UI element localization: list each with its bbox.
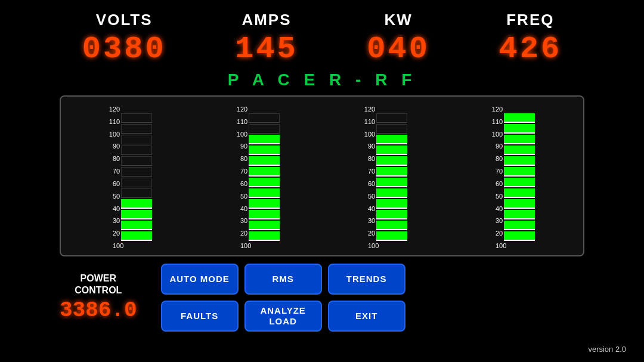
bar-visual-2: 0: [376, 106, 407, 249]
bar-label-tick: 70: [113, 168, 120, 175]
bar-segment: [504, 231, 535, 241]
bar-label-tick: 30: [113, 218, 120, 224]
bar-segment: [121, 231, 152, 241]
bar-label-tick: 30: [240, 218, 247, 224]
bar-segment: [121, 188, 152, 198]
bar-segment: [376, 231, 407, 241]
bar-chart-3: 1201101009080706050403020100: [492, 106, 535, 249]
power-control: POWER CONTROL 3386.0: [60, 273, 137, 322]
auto-mode-button[interactable]: AUTO MODE: [161, 264, 239, 295]
amps-label: AMPS: [242, 11, 291, 29]
kw-label: KW: [385, 11, 413, 29]
bar-label-tick: 110: [364, 119, 375, 125]
bar-chart-1: 1201101009080706050403020100: [237, 106, 280, 249]
bar-segment: [376, 167, 407, 177]
bar-segment: [121, 156, 152, 166]
bar-label-tick: 50: [368, 193, 375, 200]
bar-segment: [376, 188, 407, 198]
bar-label-tick: 30: [368, 218, 375, 224]
bar-label-tick: 60: [113, 181, 120, 187]
bar-segment: [249, 113, 280, 123]
bar-label-tick: 100: [237, 131, 247, 138]
bar-label-tick: 90: [368, 143, 375, 150]
bar-segment: [376, 221, 407, 230]
header-metrics: VOLTS 0380 AMPS 145 KW 040 FREQ 426: [0, 0, 644, 67]
bar-label-tick: 10: [368, 243, 375, 249]
bar-label-tick: 40: [113, 206, 120, 212]
bar-label-tick: 20: [113, 230, 120, 237]
bar-segment: [504, 178, 535, 187]
volts-value: 0380: [82, 32, 166, 67]
bar-segment: [249, 221, 280, 230]
power-value: 3386.0: [60, 298, 137, 323]
bar-label-tick: 10: [240, 243, 247, 249]
bar-label-tick: 80: [368, 156, 375, 162]
bar-segment: [504, 135, 535, 144]
volts-col: VOLTS 0380: [82, 11, 166, 67]
bar-segment: [249, 124, 280, 134]
bar-label-tick: 110: [109, 119, 120, 125]
pacer-title: P A C E R - R F: [0, 70, 644, 89]
bar-label-tick: 120: [237, 106, 247, 113]
bar-chart-2: 1201101009080706050403020100: [364, 106, 407, 249]
bar-label-tick: 70: [496, 168, 503, 175]
bar-segment: [376, 113, 407, 123]
exit-button[interactable]: EXIT: [328, 301, 405, 332]
bar-segment: [504, 210, 535, 219]
power-label-1: POWER: [80, 273, 116, 284]
bar-label-tick: 50: [496, 193, 503, 200]
bar-segment: [376, 135, 407, 144]
bar-segment: [121, 178, 152, 187]
bar-segment: [376, 146, 407, 155]
bar-segment: [504, 199, 535, 209]
bar-label-tick: 40: [240, 206, 247, 212]
trends-button[interactable]: TRENDS: [328, 264, 405, 295]
bar-segment: [249, 210, 280, 219]
bar-visual-0: 0: [121, 106, 152, 249]
bar-label-tick: 120: [492, 106, 503, 113]
bar-segment: [504, 113, 535, 123]
freq-col: FREQ 426: [499, 11, 562, 67]
bar-zero-label: 0: [247, 242, 251, 249]
bar-label-tick: 80: [240, 156, 247, 162]
bar-label-tick: 20: [368, 230, 375, 237]
power-label-2: CONTROL: [75, 284, 122, 296]
bottom-section: POWER CONTROL 3386.0 AUTO MODERMSTRENDSF…: [60, 264, 584, 332]
analyze-load-button[interactable]: ANALYZE LOAD: [244, 301, 322, 332]
bars-container: 1201101009080706050403020100120110100908…: [60, 95, 584, 256]
bar-label-tick: 110: [492, 119, 503, 125]
bar-label-tick: 40: [496, 206, 503, 212]
bar-labels-1: 120110100908070605040302010: [237, 106, 247, 249]
bar-segment: [121, 199, 152, 209]
bar-label-tick: 100: [492, 131, 503, 138]
bar-segment: [504, 146, 535, 155]
bar-segment: [249, 135, 280, 144]
bar-segment: [121, 124, 152, 134]
bar-label-tick: 60: [496, 181, 503, 187]
amps-col: AMPS 145: [235, 11, 298, 67]
kw-col: KW 040: [367, 11, 430, 67]
bar-segment: [249, 156, 280, 166]
kw-value: 040: [367, 32, 430, 67]
bar-label-tick: 50: [113, 193, 120, 200]
bar-label-tick: 90: [113, 143, 120, 150]
freq-label: FREQ: [506, 11, 554, 29]
bar-zero-label: 0: [503, 242, 506, 249]
bar-segment: [376, 178, 407, 187]
bar-label-tick: 20: [240, 230, 247, 237]
faults-button[interactable]: FAULTS: [161, 301, 239, 332]
bar-segment: [121, 135, 152, 144]
bar-label-tick: 10: [496, 243, 503, 249]
rms-button[interactable]: RMS: [244, 264, 322, 295]
bar-label-tick: 60: [240, 181, 247, 187]
bar-label-tick: 30: [496, 218, 503, 224]
bar-segment: [249, 146, 280, 155]
bar-segment: [249, 231, 280, 241]
bar-segment: [249, 188, 280, 198]
bar-label-tick: 120: [364, 106, 375, 113]
bar-visual-1: 0: [249, 106, 280, 249]
bar-label-tick: 80: [113, 156, 120, 162]
bar-label-tick: 50: [240, 193, 247, 200]
bar-segment: [121, 167, 152, 177]
bar-label-tick: 90: [240, 143, 247, 150]
